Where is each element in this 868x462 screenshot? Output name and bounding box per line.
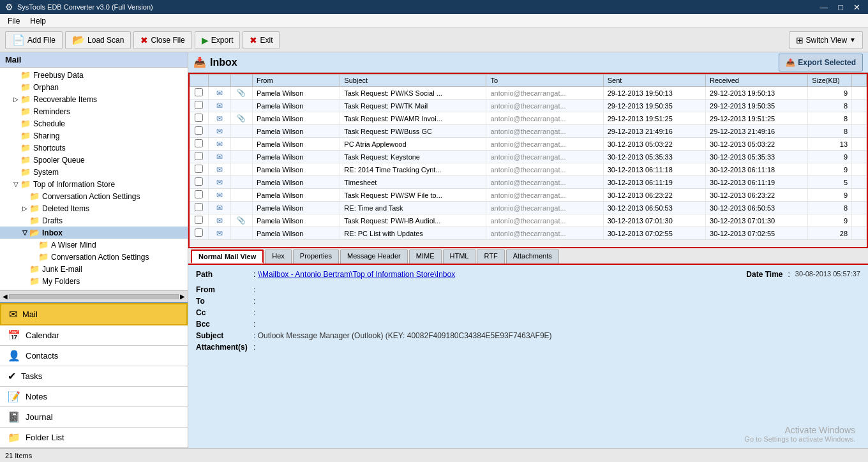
col-subject-header[interactable]: Subject bbox=[340, 75, 486, 87]
col-to-header[interactable]: To bbox=[486, 75, 603, 87]
sidebar-tree[interactable]: 📁Freebusy Data📁Orphan▷📁Recoverable Items… bbox=[0, 68, 188, 290]
menu-help[interactable]: Help bbox=[25, 15, 51, 27]
tree-expand-icon[interactable]: ▷ bbox=[20, 205, 29, 212]
table-row[interactable]: ✉ Pamela Wilson Timesheet antonio@thecar… bbox=[190, 176, 867, 189]
row-checkbox[interactable] bbox=[195, 101, 203, 109]
menu-file[interactable]: File bbox=[3, 15, 25, 27]
tree-item[interactable]: ▽📁Top of Information Store bbox=[0, 178, 188, 190]
switch-view-button[interactable]: ⊞ Switch View ▼ bbox=[789, 31, 863, 49]
table-row[interactable]: ✉ Pamela Wilson Task Request: PW/Buss GC… bbox=[190, 125, 867, 138]
path-value[interactable]: \\Mailbox - Antonio Bertram\Top of Infor… bbox=[258, 270, 455, 279]
close-button[interactable]: ✕ bbox=[851, 3, 863, 12]
exit-button[interactable]: ✖ Exit bbox=[243, 31, 280, 49]
row-checkbox[interactable] bbox=[195, 88, 203, 96]
tree-item[interactable]: 📁Orphan bbox=[0, 81, 188, 93]
tree-item[interactable]: 📁Reminders bbox=[0, 105, 188, 117]
export-button[interactable]: ▶ Export bbox=[195, 31, 241, 49]
tab-hex[interactable]: Hex bbox=[265, 250, 292, 264]
tree-item[interactable]: 📁System bbox=[0, 166, 188, 178]
row-checkbox[interactable] bbox=[195, 114, 203, 122]
row-checkbox-cell[interactable] bbox=[190, 214, 209, 227]
nav-btn-journal[interactable]: 📓Journal bbox=[0, 407, 188, 428]
tree-expand-icon[interactable]: ▽ bbox=[20, 229, 29, 236]
row-checkbox[interactable] bbox=[195, 216, 203, 224]
minimize-button[interactable]: — bbox=[817, 3, 830, 12]
scroll-left-icon[interactable]: ◀ bbox=[3, 293, 8, 300]
tree-item[interactable]: 📁Conversation Action Settings bbox=[0, 251, 188, 263]
row-checkbox-cell[interactable] bbox=[190, 87, 209, 100]
sidebar-scroll-bar[interactable]: ◀ ▶ bbox=[0, 290, 188, 302]
add-file-button[interactable]: 📄 Add File bbox=[5, 31, 63, 49]
row-checkbox-cell[interactable] bbox=[190, 125, 209, 138]
table-row[interactable]: ✉ Pamela Wilson RE: PC List with Updates… bbox=[190, 227, 867, 240]
tree-item[interactable]: 📁Sharing bbox=[0, 130, 188, 142]
scroll-right-icon[interactable]: ▶ bbox=[180, 293, 185, 300]
row-checkbox-cell[interactable] bbox=[190, 151, 209, 163]
tree-item[interactable]: 📁Junk E-mail bbox=[0, 263, 188, 275]
col-check-header[interactable] bbox=[190, 75, 209, 87]
nav-btn-notes[interactable]: 📝Notes bbox=[0, 387, 188, 407]
tree-item[interactable]: 📁Shortcuts bbox=[0, 142, 188, 154]
row-checkbox[interactable] bbox=[195, 203, 203, 211]
tab-message-header[interactable]: Message Header bbox=[340, 250, 408, 264]
tab-rtf[interactable]: RTF bbox=[477, 250, 504, 264]
row-checkbox[interactable] bbox=[195, 228, 203, 237]
nav-btn-folder-list[interactable]: 📁Folder List bbox=[0, 428, 188, 448]
tree-item[interactable]: ▽📂Inbox bbox=[0, 227, 188, 239]
tree-item[interactable]: ▷📁Recoverable Items bbox=[0, 93, 188, 105]
email-table-container[interactable]: From Subject To Sent Received Size(KB) ✉… bbox=[188, 73, 868, 248]
table-row[interactable]: ✉ 📎 Pamela Wilson Task Request: PW/HB Au… bbox=[190, 214, 867, 227]
tree-item[interactable]: 📁Freebusy Data bbox=[0, 69, 188, 81]
row-checkbox[interactable] bbox=[195, 126, 203, 135]
row-checkbox-cell[interactable] bbox=[190, 100, 209, 112]
table-row[interactable]: ✉ Pamela Wilson RE: 2014 Time Tracking C… bbox=[190, 163, 867, 176]
tab-attachments[interactable]: Attachments bbox=[506, 250, 559, 264]
tab-properties[interactable]: Properties bbox=[293, 250, 339, 264]
tree-item[interactable]: 📁Conversation Action Settings bbox=[0, 190, 188, 202]
row-checkbox-cell[interactable] bbox=[190, 189, 209, 202]
tree-expand-icon[interactable]: ▽ bbox=[11, 181, 20, 188]
nav-btn-calendar[interactable]: 📅Calendar bbox=[0, 325, 188, 346]
tree-item[interactable]: 📁Schedule bbox=[0, 117, 188, 130]
row-checkbox[interactable] bbox=[195, 190, 203, 198]
tab-html[interactable]: HTML bbox=[443, 250, 476, 264]
row-checkbox-cell[interactable] bbox=[190, 163, 209, 176]
row-checkbox[interactable] bbox=[195, 165, 203, 173]
tree-item[interactable]: 📁Spooler Queue bbox=[0, 154, 188, 166]
row-checkbox[interactable] bbox=[195, 152, 203, 160]
col-extra-header[interactable] bbox=[852, 75, 867, 87]
table-row[interactable]: ✉ Pamela Wilson Task Request: PW/TK Mail… bbox=[190, 100, 867, 112]
maximize-button[interactable]: □ bbox=[835, 3, 846, 12]
col-attach-header[interactable] bbox=[230, 75, 252, 87]
tab-mime[interactable]: MIME bbox=[409, 250, 442, 264]
row-checkbox-cell[interactable] bbox=[190, 112, 209, 125]
row-checkbox[interactable] bbox=[195, 177, 203, 186]
tab-normal-mail-view[interactable]: Normal Mail View bbox=[191, 250, 264, 264]
col-sent-header[interactable]: Sent bbox=[603, 75, 705, 87]
row-checkbox-cell[interactable] bbox=[190, 176, 209, 189]
export-selected-button[interactable]: 📤 Export Selected bbox=[779, 54, 863, 71]
table-row[interactable]: ✉ 📎 Pamela Wilson Task Request: PW/AMR I… bbox=[190, 112, 867, 125]
row-checkbox-cell[interactable] bbox=[190, 138, 209, 151]
col-type-header[interactable] bbox=[209, 75, 230, 87]
row-checkbox-cell[interactable] bbox=[190, 227, 209, 240]
row-checkbox-cell[interactable] bbox=[190, 202, 209, 214]
table-row[interactable]: ✉ Pamela Wilson Task Request: Keystone a… bbox=[190, 151, 867, 163]
table-row[interactable]: ✉ Pamela Wilson PC Atria Applewood anton… bbox=[190, 138, 867, 151]
tree-expand-icon[interactable]: ▷ bbox=[11, 96, 20, 103]
table-row[interactable]: ✉ Pamela Wilson RE: Time and Task antoni… bbox=[190, 202, 867, 214]
col-received-header[interactable]: Received bbox=[706, 75, 808, 87]
load-scan-button[interactable]: 📂 Load Scan bbox=[65, 31, 131, 49]
tree-item[interactable]: 📁A Wiser Mind bbox=[0, 239, 188, 251]
table-row[interactable]: ✉ Pamela Wilson Task Request: PW/SW File… bbox=[190, 189, 867, 202]
col-from-header[interactable]: From bbox=[252, 75, 340, 87]
nav-btn-mail[interactable]: ✉Mail bbox=[0, 303, 188, 325]
nav-btn-contacts[interactable]: 👤Contacts bbox=[0, 346, 188, 366]
table-row[interactable]: ✉ 📎 Pamela Wilson Task Request: PW/KS So… bbox=[190, 87, 867, 100]
tree-item[interactable]: 📁My Folders bbox=[0, 275, 188, 287]
row-checkbox[interactable] bbox=[195, 139, 203, 147]
close-file-button[interactable]: ✖ Close File bbox=[133, 31, 191, 49]
tree-item[interactable]: ▷📁Deleted Items bbox=[0, 202, 188, 214]
tree-item[interactable]: 📁Drafts bbox=[0, 214, 188, 227]
col-size-header[interactable]: Size(KB) bbox=[808, 75, 852, 87]
